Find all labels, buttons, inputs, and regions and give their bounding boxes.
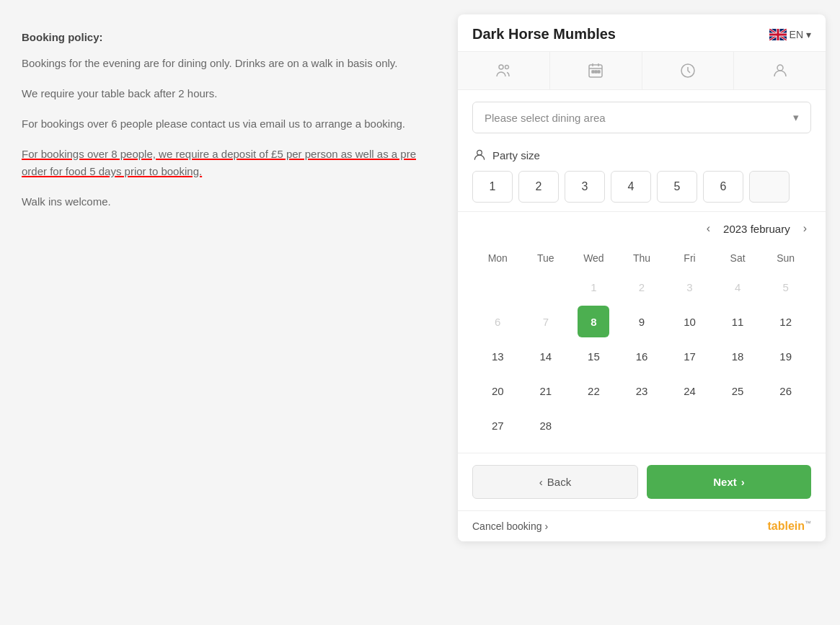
party-num-6[interactable]: 6	[703, 171, 743, 203]
svg-rect-8	[595, 71, 597, 73]
calendar-day[interactable]: 17	[674, 340, 706, 372]
calendar-day[interactable]: 8	[578, 306, 609, 337]
cancel-bar: Cancel booking › tablein™	[458, 510, 826, 541]
calendar-cell: 17	[667, 340, 712, 372]
calendar-day[interactable]: 27	[482, 409, 513, 441]
calendar-day[interactable]: 15	[578, 340, 609, 372]
policy-para-4: For bookings over 8 people, we require a…	[22, 146, 436, 180]
flag-icon	[769, 29, 787, 40]
calendar-cell: 6	[475, 306, 521, 337]
step-details[interactable]	[734, 52, 826, 89]
policy-para-3: For bookings over 6 people please contac…	[22, 115, 436, 133]
party-size-section: Party size 1 2 3 4 5 6	[458, 145, 826, 211]
calendar-cell: 7	[523, 306, 569, 337]
people-icon	[495, 62, 512, 79]
calendar-section: ‹ 2023 february › Mon Tue Wed Thu Fri Sa…	[458, 211, 826, 453]
calendar-cell: 28	[523, 409, 569, 441]
calendar-icon	[587, 62, 604, 79]
party-num-more[interactable]	[749, 171, 790, 203]
calendar-day[interactable]: 23	[626, 375, 658, 407]
party-num-1[interactable]: 1	[472, 171, 513, 203]
calendar-cell: 4	[715, 271, 761, 303]
next-button[interactable]: Next ›	[647, 465, 811, 499]
calendar-cell: 25	[715, 375, 761, 407]
calendar-day[interactable]: 20	[482, 375, 513, 407]
step-time[interactable]	[642, 52, 735, 89]
language-selector[interactable]: EN ▾	[769, 29, 811, 40]
clock-icon	[679, 62, 697, 79]
person-icon	[772, 62, 789, 79]
calendar-cell: 18	[715, 340, 761, 372]
policy-heading: Booking policy:	[22, 29, 436, 46]
calendar-day[interactable]: 16	[626, 340, 658, 372]
calendar-cell	[523, 271, 569, 303]
calendar-day[interactable]: 13	[482, 340, 513, 372]
panel-header: Dark Horse Mumbles EN ▾	[458, 14, 826, 52]
party-size-label: Party size	[472, 148, 811, 162]
dining-area-dropdown[interactable]: Please select dining area ▾	[472, 102, 811, 133]
calendar-row-1: 6789101112	[475, 306, 808, 337]
calendar-cell: 26	[763, 375, 808, 407]
calendar-day: 2	[626, 271, 658, 303]
policy-para-4-text: For bookings over 8 people, we require a…	[22, 148, 416, 177]
calendar-cell: 22	[571, 375, 616, 407]
dropdown-chevron-icon: ▾	[793, 111, 799, 124]
calendar-cell: 10	[667, 306, 712, 337]
calendar-day[interactable]: 19	[770, 340, 802, 372]
party-num-4[interactable]: 4	[611, 171, 651, 203]
calendar-day[interactable]: 26	[770, 375, 802, 407]
calendar-row-2: 13141516171819	[475, 340, 808, 372]
tablein-suffix: ™	[805, 520, 811, 527]
calendar-cell	[667, 409, 712, 441]
chevron-down-icon: ▾	[806, 29, 811, 40]
calendar-cell: 14	[523, 340, 569, 372]
calendar-day[interactable]: 22	[578, 375, 609, 407]
cancel-booking-link[interactable]: Cancel booking ›	[472, 520, 548, 532]
calendar-cell: 13	[475, 340, 521, 372]
calendar-cell: 11	[715, 306, 761, 337]
calendar-day[interactable]: 12	[770, 306, 802, 337]
calendar-day[interactable]: 24	[674, 375, 706, 407]
calendar-day: 3	[674, 271, 706, 303]
svg-point-1	[499, 65, 503, 69]
back-button[interactable]: ‹ Back	[472, 465, 638, 499]
calendar-cell	[715, 409, 761, 441]
calendar-day: 5	[770, 271, 802, 303]
calendar-cell	[475, 271, 521, 303]
left-panel: Booking policy: Bookings for the evening…	[14, 14, 443, 238]
calendar-day[interactable]: 14	[530, 340, 562, 372]
party-num-2[interactable]: 2	[518, 171, 559, 203]
cancel-chevron-icon: ›	[545, 520, 549, 532]
step-guests[interactable]	[458, 52, 550, 89]
calendar-day[interactable]: 9	[626, 306, 658, 337]
svg-point-12	[477, 150, 482, 155]
tablein-brand: tablein™	[767, 520, 811, 533]
calendar-day[interactable]: 10	[674, 306, 706, 337]
calendar-day[interactable]: 11	[722, 306, 753, 337]
party-num-5[interactable]: 5	[657, 171, 697, 203]
next-month-button[interactable]: ›	[799, 221, 811, 236]
svg-rect-9	[598, 71, 600, 73]
calendar-cell: 5	[763, 271, 808, 303]
calendar-cell: 8	[571, 306, 616, 337]
calendar-day[interactable]: 25	[722, 375, 753, 407]
step-date[interactable]	[550, 52, 642, 89]
calendar-cell: 24	[667, 375, 712, 407]
svg-point-2	[505, 66, 509, 69]
party-person-icon	[472, 148, 487, 162]
calendar-day[interactable]: 21	[530, 375, 562, 407]
back-chevron-icon: ‹	[539, 476, 543, 488]
next-label: Next	[713, 476, 737, 488]
calendar-nav: ‹ 2023 february ›	[472, 221, 811, 236]
day-header-fri: Fri	[667, 248, 712, 268]
calendar-cell: 27	[475, 409, 521, 441]
calendar-grid: Mon Tue Wed Thu Fri Sat Sun 123456789101…	[472, 245, 811, 444]
party-num-3[interactable]: 3	[565, 171, 605, 203]
calendar-day[interactable]: 18	[722, 340, 753, 372]
calendar-day[interactable]: 28	[530, 409, 562, 441]
calendar-cell: 15	[571, 340, 616, 372]
prev-month-button[interactable]: ‹	[702, 221, 715, 236]
calendar-header-row: Mon Tue Wed Thu Fri Sat Sun	[475, 248, 808, 268]
calendar-day: 6	[482, 306, 513, 337]
calendar-cell	[571, 409, 616, 441]
